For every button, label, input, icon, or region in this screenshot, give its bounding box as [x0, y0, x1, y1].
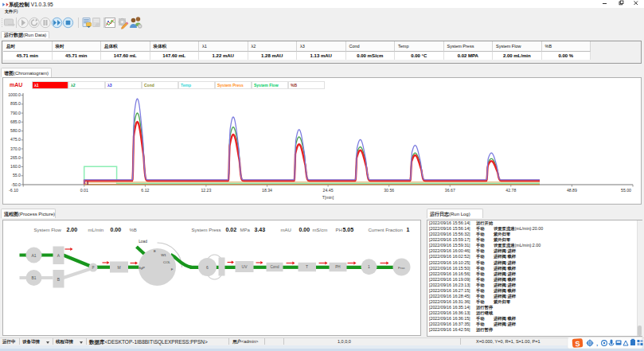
svg-text:,: , — [596, 340, 598, 347]
svg-text:S: S — [575, 340, 580, 348]
